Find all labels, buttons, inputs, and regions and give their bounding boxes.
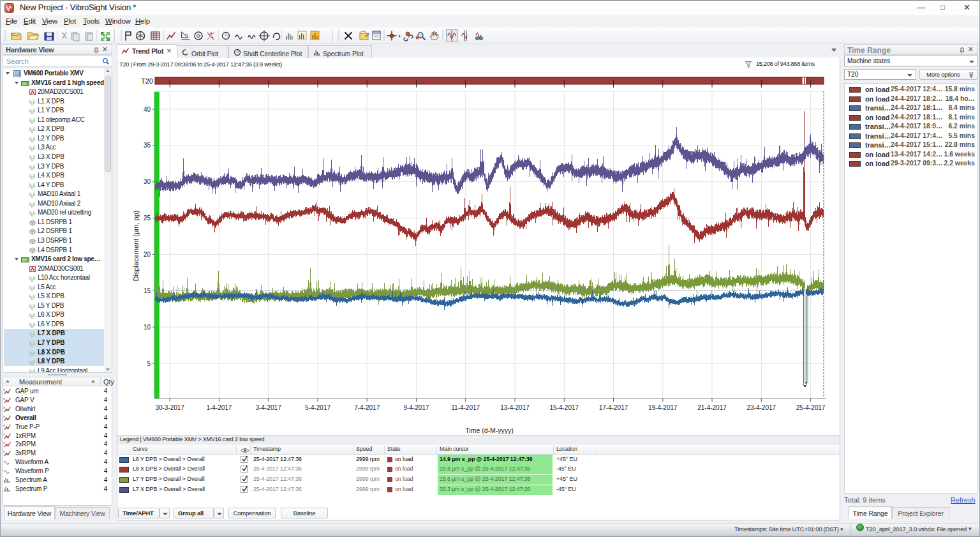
svg-text:v: v [3,450,5,453]
svg-text:7-4-2017: 7-4-2017 [354,404,380,411]
svg-text:13-4-2017: 13-4-2017 [500,404,530,411]
svg-text:v: v [3,441,5,444]
svg-text:T20: T20 [141,77,153,85]
svg-text:21-4-2017: 21-4-2017 [697,404,727,411]
svg-text:s: s [3,405,5,409]
svg-text:35: 35 [144,142,151,149]
svg-text:s: s [3,397,5,400]
svg-text:40: 40 [144,106,151,113]
svg-text:17-4-2017: 17-4-2017 [599,404,628,411]
svg-text:11-4-2017: 11-4-2017 [451,404,480,411]
svg-text:15: 15 [144,287,151,294]
svg-text:30-3-2017: 30-3-2017 [155,404,184,411]
svg-text:s: s [3,388,5,391]
svg-text:15-4-2017: 15-4-2017 [550,404,579,411]
svg-text:5: 5 [147,360,151,367]
svg-text:20: 20 [144,251,151,258]
svg-text:5-4-2017: 5-4-2017 [305,404,330,411]
svg-text:Displacement (μm, pp): Displacement (μm, pp) [132,211,140,282]
svg-text:v: v [3,432,5,436]
svg-text:19-4-2017: 19-4-2017 [648,404,678,411]
svg-text:10: 10 [144,324,151,331]
svg-text:25: 25 [144,215,151,222]
svg-text:3-4-2017: 3-4-2017 [256,404,281,411]
svg-text:9-4-2017: 9-4-2017 [403,404,429,411]
svg-text:23-4-2017: 23-4-2017 [747,404,776,411]
svg-text:30: 30 [144,178,151,185]
svg-text:Time (d-M-yyyy): Time (d-M-yyyy) [465,427,513,434]
svg-text:s: s [3,423,5,427]
svg-text:s: s [3,414,5,418]
svg-text:25-4-2017: 25-4-2017 [796,404,826,411]
svg-text:1-4-2017: 1-4-2017 [206,404,232,411]
